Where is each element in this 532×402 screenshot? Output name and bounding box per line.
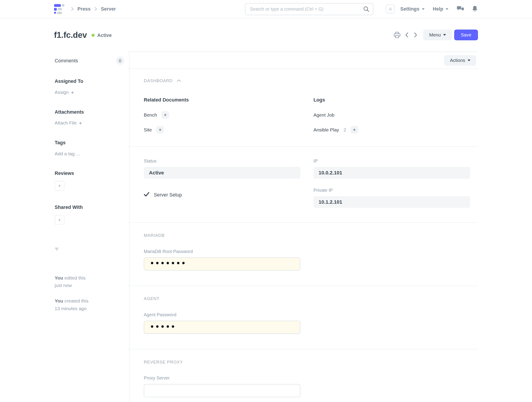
avatar[interactable]: A bbox=[386, 5, 395, 13]
settings-menu[interactable]: Settings bbox=[400, 6, 424, 12]
breadcrumb: Press Server bbox=[70, 6, 116, 12]
agent-section-header[interactable]: AGENT bbox=[144, 296, 469, 301]
plus-icon: + bbox=[58, 217, 61, 223]
masked-password: ••••• bbox=[150, 323, 176, 331]
status-section: Status Active Server Setup IP bbox=[129, 147, 478, 223]
caret-down-icon bbox=[443, 34, 446, 36]
mariadb-root-password-field[interactable]: ••••••• bbox=[144, 257, 300, 271]
mariadb-section: MARIADB MariaDB Root Password ••••••• bbox=[129, 223, 478, 286]
add-tag-link[interactable]: Add a tag ... bbox=[55, 151, 80, 156]
server-setup-label: Server Setup bbox=[154, 192, 182, 198]
mariadb-root-password-label: MariaDB Root Password bbox=[144, 249, 469, 254]
add-review-button[interactable]: + bbox=[55, 181, 64, 191]
site-link[interactable]: Site bbox=[144, 127, 152, 132]
ansible-play-count: 2 bbox=[343, 127, 346, 132]
private-ip-field-label: Private IP bbox=[313, 187, 470, 193]
actions-row: Actions bbox=[129, 52, 478, 69]
search-icon[interactable] bbox=[363, 6, 370, 13]
caret-down-icon bbox=[468, 59, 470, 61]
add-share-button[interactable]: + bbox=[55, 215, 64, 225]
attach-file-link[interactable]: Attach File + bbox=[55, 120, 82, 126]
reviews-heading: Reviews bbox=[55, 170, 124, 176]
chevron-right-icon bbox=[93, 6, 98, 11]
form-sidebar: Comments 0 Assigned To Assign + Attachme… bbox=[54, 51, 129, 402]
plus-icon: + bbox=[79, 120, 82, 126]
status-field-label: Status bbox=[144, 158, 300, 163]
assign-link[interactable]: Assign + bbox=[55, 89, 74, 95]
actions-button[interactable]: Actions bbox=[444, 55, 476, 65]
breadcrumb-server[interactable]: Server bbox=[101, 6, 116, 12]
notifications-bell-icon[interactable] bbox=[472, 5, 478, 12]
agent-job-link[interactable]: Agent Job bbox=[313, 112, 334, 117]
plus-icon: + bbox=[164, 112, 167, 117]
related-doc-row: Bench + bbox=[144, 110, 300, 120]
add-ansible-play-button[interactable]: + bbox=[351, 126, 358, 134]
mariadb-section-header[interactable]: MARIADB bbox=[144, 233, 469, 238]
plus-icon: + bbox=[58, 183, 61, 188]
dashboard-section-header[interactable]: DASHBOARD bbox=[144, 79, 469, 83]
masked-password: ••••••• bbox=[150, 260, 186, 268]
print-icon[interactable] bbox=[394, 32, 401, 38]
form-body: Actions DASHBOARD Related Documents bbox=[129, 51, 478, 402]
status-indicator: Active bbox=[97, 32, 112, 38]
search-input[interactable] bbox=[245, 3, 373, 15]
agent-password-field[interactable]: ••••• bbox=[144, 321, 300, 334]
created-info: You created this13 minutes ago bbox=[55, 297, 124, 313]
shared-with-heading: Shared With bbox=[55, 204, 124, 210]
breadcrumb-press[interactable]: Press bbox=[77, 6, 90, 12]
private-ip-field[interactable]: 10.1.2.101 bbox=[313, 196, 470, 208]
menu-button[interactable]: Menu bbox=[423, 30, 452, 40]
comments-count-badge: 0 bbox=[116, 57, 124, 65]
add-bench-button[interactable]: + bbox=[162, 111, 169, 119]
document-history: You edited thisjust now You created this… bbox=[55, 274, 124, 313]
related-documents-column: Related Documents Bench + Site + bbox=[144, 97, 300, 134]
dashboard-section: DASHBOARD Related Documents Bench + bbox=[129, 69, 478, 147]
proxy-server-label: Proxy Server bbox=[144, 376, 300, 381]
add-site-button[interactable]: + bbox=[156, 126, 164, 134]
related-doc-row: Site + bbox=[144, 125, 300, 134]
like-heart-icon[interactable]: ♥ bbox=[55, 245, 124, 252]
status-field[interactable]: Active bbox=[144, 167, 300, 179]
caret-down-icon bbox=[422, 8, 424, 10]
status-dot-icon bbox=[91, 34, 95, 37]
plus-icon: + bbox=[159, 127, 162, 132]
log-row: Ansible Play 2 + bbox=[313, 125, 470, 134]
navbar: Press Server A Settings Help bbox=[0, 0, 532, 18]
save-button[interactable]: Save bbox=[454, 30, 478, 40]
app-logo[interactable] bbox=[54, 4, 64, 14]
bench-link[interactable]: Bench bbox=[144, 112, 157, 117]
ansible-play-link[interactable]: Ansible Play bbox=[313, 127, 339, 132]
comments-link[interactable]: Comments 0 bbox=[55, 57, 124, 65]
plus-icon: + bbox=[353, 127, 356, 132]
server-setup-checkbox[interactable]: Server Setup bbox=[144, 192, 300, 198]
previous-document-icon[interactable] bbox=[405, 32, 409, 38]
logs-column: Logs Agent Job Ansible Play 2 + bbox=[313, 97, 470, 134]
reverse-proxy-section: REVERSE PROXY Proxy Server Upstream Setu… bbox=[129, 349, 478, 402]
chevron-right-icon bbox=[70, 6, 75, 11]
tags-heading: Tags bbox=[55, 140, 124, 145]
checkmark-icon bbox=[144, 192, 149, 198]
page-header: f1.fc.dev Active Menu Save bbox=[54, 18, 478, 51]
help-menu[interactable]: Help bbox=[433, 6, 448, 12]
assigned-to-heading: Assigned To bbox=[55, 79, 124, 84]
collapse-chevron-icon bbox=[177, 79, 181, 83]
agent-password-label: Agent Password bbox=[144, 312, 469, 317]
plus-icon: + bbox=[71, 89, 74, 95]
logs-heading: Logs bbox=[313, 97, 470, 102]
chat-icon[interactable] bbox=[457, 6, 464, 12]
attachments-heading: Attachments bbox=[55, 109, 124, 115]
log-row: Agent Job bbox=[313, 110, 470, 120]
edited-info: You edited thisjust now bbox=[55, 274, 124, 290]
related-documents-heading: Related Documents bbox=[144, 97, 300, 102]
ip-field-label: IP bbox=[313, 158, 470, 163]
page-title: f1.fc.dev bbox=[54, 30, 87, 40]
next-document-icon[interactable] bbox=[413, 32, 418, 38]
reverse-proxy-section-header[interactable]: REVERSE PROXY bbox=[144, 360, 469, 364]
app: Press Server A Settings Help bbox=[0, 0, 532, 402]
proxy-server-input[interactable] bbox=[144, 384, 300, 397]
caret-down-icon bbox=[446, 8, 448, 10]
ip-field[interactable]: 10.0.2.101 bbox=[313, 167, 470, 179]
agent-section: AGENT Agent Password ••••• bbox=[129, 286, 478, 349]
